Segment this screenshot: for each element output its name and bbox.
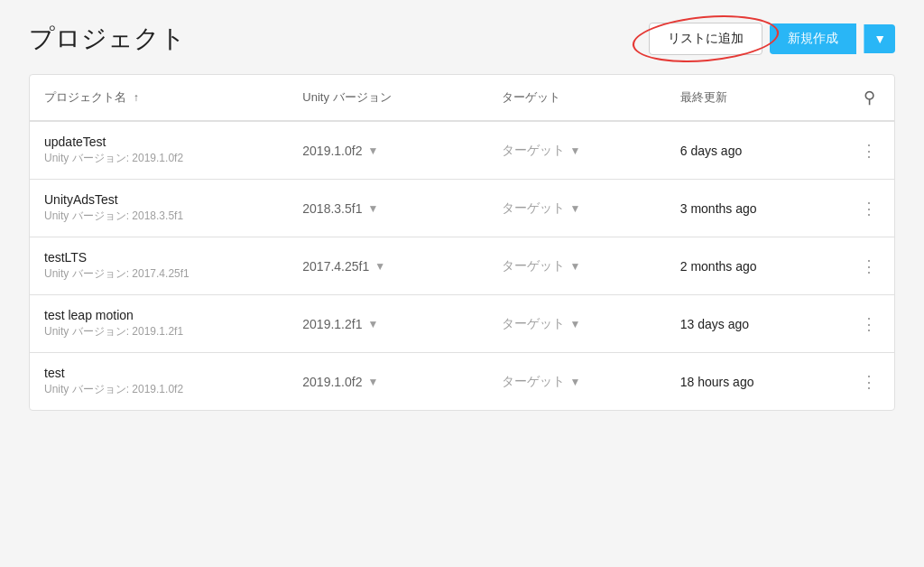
project-subtitle-4: Unity バージョン: 2019.1.0f2 xyxy=(44,382,273,397)
version-value-3: 2019.1.2f1 xyxy=(302,317,362,331)
target-value-0: ターゲット xyxy=(502,143,565,159)
project-name-4: test xyxy=(44,366,273,380)
target-value-2: ターゲット xyxy=(502,258,565,274)
version-dropdown-icon-1[interactable]: ▼ xyxy=(367,202,378,215)
cell-more-4[interactable]: ⋮ xyxy=(845,353,894,411)
project-subtitle-1: Unity バージョン: 2018.3.5f1 xyxy=(44,209,273,224)
table-row: testLTS Unity バージョン: 2017.4.25f1 2017.4.… xyxy=(30,237,894,295)
cell-updated-0: 6 days ago xyxy=(666,121,845,180)
cell-version-1: 2018.3.5f1 ▼ xyxy=(288,180,486,237)
cell-version-4: 2019.1.0f2 ▼ xyxy=(288,353,486,411)
cell-project-name-1: UnityAdsTest Unity バージョン: 2018.3.5f1 xyxy=(30,180,288,237)
cell-updated-4: 18 hours ago xyxy=(666,353,845,411)
col-header-search[interactable]: ⚲ xyxy=(845,75,894,121)
project-subtitle-3: Unity バージョン: 2019.1.2f1 xyxy=(44,324,273,339)
search-icon[interactable]: ⚲ xyxy=(864,88,875,107)
table-row: updateTest Unity バージョン: 2019.1.0f2 2019.… xyxy=(30,121,894,180)
page-title: プロジェクト xyxy=(29,22,186,56)
cell-target-3: ターゲット ▼ xyxy=(487,295,666,353)
cell-target-2: ターゲット ▼ xyxy=(487,237,666,295)
cell-project-name-3: test leap motion Unity バージョン: 2019.1.2f1 xyxy=(30,295,288,353)
project-subtitle-0: Unity バージョン: 2019.1.0f2 xyxy=(44,151,273,166)
cell-project-name-4: test Unity バージョン: 2019.1.0f2 xyxy=(30,353,288,411)
version-value-4: 2019.1.0f2 xyxy=(302,375,362,389)
cell-project-name-2: testLTS Unity バージョン: 2017.4.25f1 xyxy=(30,237,288,295)
cell-more-1[interactable]: ⋮ xyxy=(845,180,894,237)
sort-icon: ↑ xyxy=(134,91,139,104)
table-row: UnityAdsTest Unity バージョン: 2018.3.5f1 201… xyxy=(30,180,894,237)
project-name-0: updateTest xyxy=(44,135,273,149)
new-project-dropdown-button[interactable]: ▼ xyxy=(864,24,895,53)
version-dropdown-icon-4[interactable]: ▼ xyxy=(367,376,378,388)
new-project-button[interactable]: 新規作成 xyxy=(770,23,856,54)
version-dropdown-icon-0[interactable]: ▼ xyxy=(367,144,378,157)
updated-value-2: 2 months ago xyxy=(680,259,757,274)
cell-updated-1: 3 months ago xyxy=(666,180,845,237)
version-value-0: 2019.1.0f2 xyxy=(302,144,362,158)
target-value-3: ターゲット xyxy=(502,316,565,332)
cell-version-2: 2017.4.25f1 ▼ xyxy=(288,237,486,295)
col-header-updated: 最終更新 xyxy=(666,75,845,121)
more-options-icon-3[interactable]: ⋮ xyxy=(859,314,880,334)
version-value-1: 2018.3.5f1 xyxy=(302,201,362,216)
col-header-version: Unity バージョン xyxy=(288,75,486,121)
cell-more-3[interactable]: ⋮ xyxy=(845,295,894,353)
cell-target-4: ターゲット ▼ xyxy=(487,353,666,411)
col-header-name: プロジェクト名 ↑ xyxy=(30,75,288,121)
project-name-1: UnityAdsTest xyxy=(44,192,273,207)
cell-target-1: ターゲット ▼ xyxy=(487,180,666,237)
cell-more-2[interactable]: ⋮ xyxy=(845,237,894,295)
add-to-list-button[interactable]: リストに追加 xyxy=(649,23,762,55)
cell-version-0: 2019.1.0f2 ▼ xyxy=(288,121,486,180)
cell-project-name-0: updateTest Unity バージョン: 2019.1.0f2 xyxy=(30,121,288,180)
table-row: test leap motion Unity バージョン: 2019.1.2f1… xyxy=(30,295,894,353)
target-dropdown-icon-3[interactable]: ▼ xyxy=(570,318,581,330)
updated-value-0: 6 days ago xyxy=(680,144,743,158)
more-options-icon-1[interactable]: ⋮ xyxy=(859,199,880,218)
updated-value-3: 13 days ago xyxy=(680,317,749,331)
version-dropdown-icon-3[interactable]: ▼ xyxy=(367,318,378,330)
project-name-2: testLTS xyxy=(44,250,273,265)
table-header-row: プロジェクト名 ↑ Unity バージョン ターゲット 最終更新 ⚲ xyxy=(30,75,894,121)
version-dropdown-icon-2[interactable]: ▼ xyxy=(374,260,385,273)
projects-table-container: プロジェクト名 ↑ Unity バージョン ターゲット 最終更新 ⚲ updat… xyxy=(29,74,895,411)
target-value-1: ターゲット xyxy=(502,200,565,217)
updated-value-1: 3 months ago xyxy=(680,201,757,216)
col-header-target: ターゲット xyxy=(487,75,666,121)
target-value-4: ターゲット xyxy=(502,374,565,390)
table-row: test Unity バージョン: 2019.1.0f2 2019.1.0f2 … xyxy=(30,353,894,411)
target-dropdown-icon-4[interactable]: ▼ xyxy=(570,376,581,388)
cell-version-3: 2019.1.2f1 ▼ xyxy=(288,295,486,353)
more-options-icon-0[interactable]: ⋮ xyxy=(859,141,880,161)
cell-updated-3: 13 days ago xyxy=(666,295,845,353)
cell-updated-2: 2 months ago xyxy=(666,237,845,295)
target-dropdown-icon-1[interactable]: ▼ xyxy=(570,202,581,215)
page-header: プロジェクト リストに追加 新規作成 ▼ xyxy=(29,22,895,56)
target-dropdown-icon-0[interactable]: ▼ xyxy=(570,144,581,157)
cell-target-0: ターゲット ▼ xyxy=(487,121,666,180)
project-name-3: test leap motion xyxy=(44,308,273,322)
header-actions: リストに追加 新規作成 ▼ xyxy=(649,23,895,55)
project-subtitle-2: Unity バージョン: 2017.4.25f1 xyxy=(44,266,273,282)
target-dropdown-icon-2[interactable]: ▼ xyxy=(570,260,581,273)
version-value-2: 2017.4.25f1 xyxy=(302,259,369,274)
more-options-icon-4[interactable]: ⋮ xyxy=(859,372,880,392)
projects-table: プロジェクト名 ↑ Unity バージョン ターゲット 最終更新 ⚲ updat… xyxy=(30,75,894,410)
cell-more-0[interactable]: ⋮ xyxy=(845,121,894,180)
updated-value-4: 18 hours ago xyxy=(680,375,754,389)
more-options-icon-2[interactable]: ⋮ xyxy=(859,256,880,276)
